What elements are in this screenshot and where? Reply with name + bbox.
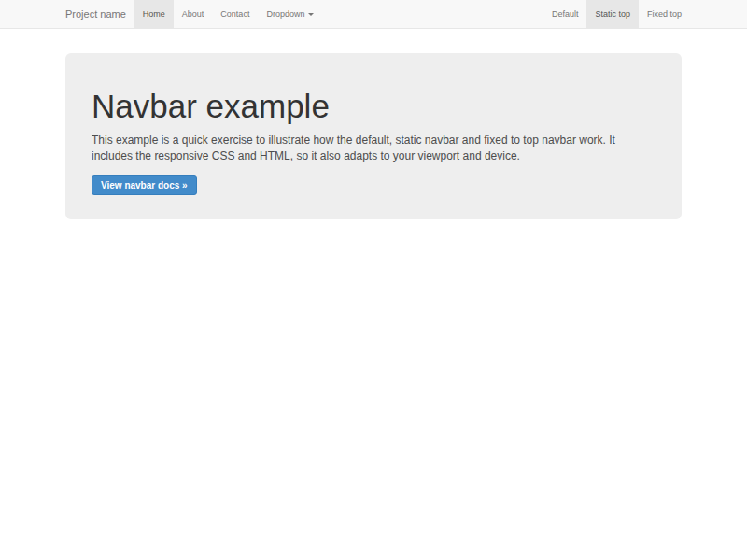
nav-item-default: Default [543,0,587,28]
navbar-right-nav: Default Static top Fixed top [543,0,690,28]
top-navbar: Project name Home About Contact Dropdown… [0,0,747,29]
caret-down-icon [308,13,314,16]
main-container: Navbar example This example is a quick e… [65,53,682,219]
page-title: Navbar example [92,89,655,125]
navbar-container: Project name Home About Contact Dropdown… [57,0,690,28]
nav-link-fixed-top[interactable]: Fixed top [639,0,690,28]
nav-item-fixed-top: Fixed top [639,0,690,28]
dropdown-label: Dropdown [266,9,304,19]
view-navbar-docs-button[interactable]: View navbar docs » [92,175,197,195]
brand-link[interactable]: Project name [57,0,134,28]
jumbotron: Navbar example This example is a quick e… [65,53,682,219]
nav-link-static-top[interactable]: Static top [586,0,639,28]
nav-item-static-top: Static top [586,0,639,28]
navbar-left-nav: Home About Contact Dropdown [134,0,323,28]
nav-item-contact: Contact [212,0,258,28]
nav-item-home: Home [134,0,174,28]
nav-item-about: About [174,0,213,28]
page-description: This example is a quick exercise to illu… [92,133,626,165]
nav-link-contact[interactable]: Contact [212,0,258,28]
nav-item-dropdown: Dropdown [258,0,322,28]
nav-link-home[interactable]: Home [134,0,174,28]
nav-link-dropdown[interactable]: Dropdown [258,0,322,28]
nav-link-default[interactable]: Default [543,0,587,28]
nav-link-about[interactable]: About [174,0,213,28]
